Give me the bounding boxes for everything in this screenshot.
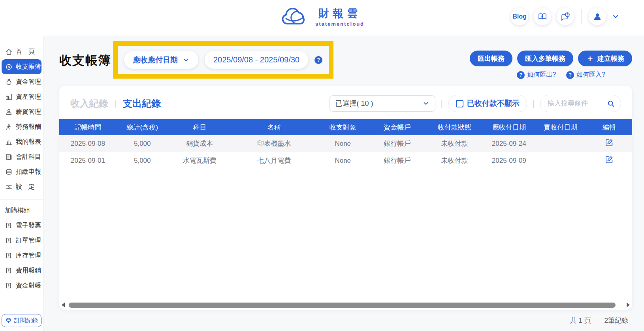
sidebar-item-label: 扣繳申報 bbox=[16, 168, 41, 176]
blog-button[interactable]: Blog bbox=[511, 8, 528, 25]
svg-text:$: $ bbox=[8, 65, 10, 69]
svg-text:$: $ bbox=[8, 224, 9, 227]
cell-account: 水電瓦斯費 bbox=[168, 152, 232, 169]
sidebar-item-label: 資金管理 bbox=[16, 78, 41, 86]
cell-due-date: 2025-09-24 bbox=[483, 135, 535, 152]
columns-selected-value: 已選擇( 10 ) bbox=[335, 99, 373, 108]
sidebar-item-reconciliation[interactable]: $ 資金對帳 bbox=[0, 278, 43, 293]
sliders-icon bbox=[5, 183, 13, 191]
scroll-left-arrow-icon[interactable] bbox=[62, 303, 65, 307]
sidebar-item-orders[interactable]: $ 訂單管理 bbox=[0, 233, 43, 248]
question-icon: ? bbox=[517, 71, 525, 79]
bar-chart-icon bbox=[5, 138, 13, 146]
sidebar-item-settings[interactable]: 設 定 bbox=[0, 179, 43, 194]
how-to-import-link[interactable]: ? 如何匯入? bbox=[566, 71, 605, 79]
diamond-icon bbox=[5, 317, 12, 324]
page-title: 收支帳簿 bbox=[59, 52, 111, 69]
user-avatar[interactable] bbox=[589, 8, 606, 25]
cloud-logo-icon bbox=[280, 6, 311, 28]
sidebar-item-withholding[interactable]: 扣繳申報 bbox=[0, 164, 43, 179]
col-header: 收支對象 bbox=[317, 119, 369, 135]
payroll-icon bbox=[5, 108, 13, 116]
import-multiple-button[interactable]: 匯入多筆帳務 bbox=[517, 51, 573, 66]
sidebar-item-reports[interactable]: 我的報表 bbox=[0, 134, 43, 149]
header-divider bbox=[581, 9, 582, 24]
brand-name: 財報雲 bbox=[318, 6, 361, 21]
search-field[interactable] bbox=[540, 95, 621, 112]
columns-selected-dropdown[interactable]: 已選擇( 10 ) bbox=[330, 95, 435, 112]
create-entry-button[interactable]: ＋ 建立帳務 bbox=[578, 51, 632, 66]
scrollbar-thumb[interactable] bbox=[69, 303, 616, 308]
svg-text:$: $ bbox=[8, 254, 9, 257]
sidebar-item-label: 資金對帳 bbox=[16, 282, 41, 290]
main-content: 收支帳簿 應收應付日期 2025/09/08 - 2025/09/30 ? 匯出… bbox=[43, 36, 644, 331]
hide-paid-label: 已收付款不顯示 bbox=[467, 98, 520, 109]
sidebar-item-home[interactable]: 首 頁 bbox=[0, 44, 43, 59]
date-type-dropdown[interactable]: 應收應付日期 bbox=[124, 51, 198, 69]
edit-record-button[interactable] bbox=[605, 155, 614, 164]
sidebar-item-funds[interactable]: 資金管理 bbox=[0, 74, 43, 89]
hide-paid-checkbox[interactable] bbox=[456, 100, 463, 107]
date-range-picker[interactable]: 2025/09/08 - 2025/09/30 bbox=[205, 51, 308, 69]
hide-paid-toggle[interactable]: 已收付款不顯示 bbox=[448, 95, 527, 112]
tab-income-records[interactable]: 收入紀錄 bbox=[70, 97, 108, 110]
cell-payment-status: 未收付款 bbox=[426, 152, 483, 169]
col-header: 編輯 bbox=[586, 119, 632, 135]
module-icon: $ bbox=[5, 237, 13, 244]
question-icon: ? bbox=[566, 71, 574, 79]
tab-separator: | bbox=[115, 99, 117, 108]
cell-record-time: 2025-09-01 bbox=[59, 152, 117, 169]
svg-text:$: $ bbox=[8, 239, 9, 242]
sidebar-item-accounts[interactable]: 會計科目 bbox=[0, 149, 43, 164]
sidebar-item-payroll[interactable]: 薪資管理 bbox=[0, 104, 43, 119]
date-type-label: 應收應付日期 bbox=[133, 55, 178, 65]
module-icon: $ bbox=[5, 282, 13, 290]
svg-text:$: $ bbox=[8, 284, 9, 287]
scroll-right-arrow-icon[interactable] bbox=[627, 303, 630, 307]
cell-actual-date bbox=[535, 135, 587, 152]
page-count: 共 1 頁 bbox=[570, 316, 591, 325]
sidebar-item-label: 我的報表 bbox=[16, 138, 41, 146]
date-help-icon[interactable]: ? bbox=[314, 56, 322, 64]
sidebar-item-label: 會計科目 bbox=[16, 153, 41, 161]
addons-section-label: 加購模組 bbox=[0, 204, 43, 218]
sidebar-item-ledger[interactable]: $ 收支帳簿 bbox=[2, 59, 41, 74]
brand-logo[interactable]: 財報雲 statementcloud bbox=[280, 6, 364, 28]
cell-counterparty: None bbox=[317, 135, 369, 152]
subscription-button[interactable]: 訂閱紀錄 bbox=[2, 314, 41, 327]
avatar-icon bbox=[593, 12, 602, 21]
sidebar-item-label: 資產管理 bbox=[16, 93, 41, 101]
account-menu-chevron-icon[interactable] bbox=[612, 13, 620, 21]
sidebar-item-labor[interactable]: 勞務報酬 bbox=[0, 119, 43, 134]
tutorial-button[interactable] bbox=[534, 8, 551, 25]
horizontal-scrollbar[interactable] bbox=[59, 302, 632, 308]
date-range-value: 2025/09/08 - 2025/09/30 bbox=[213, 55, 299, 64]
records-table: 記帳時間 總計(含稅) 科目 名稱 收支對象 資金帳戶 收付款狀態 應收付日期 … bbox=[59, 119, 632, 169]
edit-record-button[interactable] bbox=[605, 138, 614, 147]
chevron-down-icon bbox=[183, 56, 190, 64]
search-icon[interactable] bbox=[607, 100, 615, 108]
sidebar-item-einvoice[interactable]: $ 電子發票 bbox=[0, 218, 43, 233]
search-input[interactable] bbox=[548, 100, 603, 107]
ledger-book-icon bbox=[5, 153, 13, 161]
subscription-label: 訂閱紀錄 bbox=[14, 317, 38, 324]
ledger-icon: $ bbox=[5, 63, 13, 71]
sidebar-item-inventory[interactable]: $ 庫存管理 bbox=[0, 248, 43, 263]
col-header: 名稱 bbox=[231, 119, 317, 135]
sidebar-item-label: 薪資管理 bbox=[16, 108, 41, 116]
sidebar-item-expense-claims[interactable]: $ 費用報銷 bbox=[0, 263, 43, 278]
records-panel: 收入紀錄 | 支出紀錄 已選擇( 10 ) | 已收付款不顯示 | bbox=[59, 86, 632, 310]
cell-counterparty: None bbox=[317, 152, 369, 169]
sidebar-item-label: 電子發票 bbox=[16, 222, 41, 230]
money-bag-icon bbox=[5, 78, 13, 86]
sidebar-item-assets[interactable]: 資產管理 bbox=[0, 89, 43, 104]
home-icon bbox=[5, 48, 13, 56]
how-to-export-link[interactable]: ? 如何匯出? bbox=[517, 71, 556, 79]
export-button[interactable]: 匯出帳務 bbox=[470, 51, 512, 66]
how-to-export-label: 如何匯出? bbox=[527, 71, 556, 79]
cell-total: 5,000 bbox=[117, 152, 168, 169]
support-button[interactable] bbox=[557, 8, 574, 25]
tab-expense-records[interactable]: 支出紀錄 bbox=[123, 97, 161, 110]
table-header-row: 記帳時間 總計(含稅) 科目 名稱 收支對象 資金帳戶 收付款狀態 應收付日期 … bbox=[59, 119, 632, 135]
how-to-import-label: 如何匯入? bbox=[576, 71, 605, 79]
